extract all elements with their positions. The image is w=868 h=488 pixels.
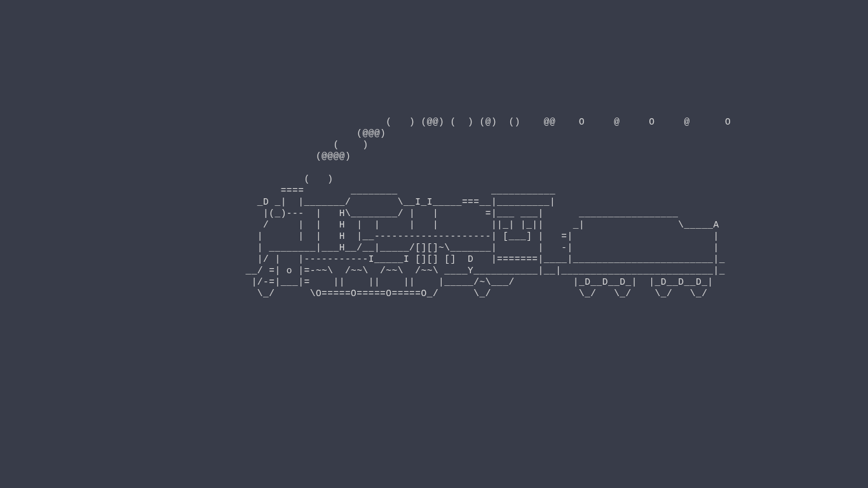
terminal-screen: ( ) (@@) ( ) (@) () @@ O @ O @ O (@@@) (… <box>0 0 868 488</box>
sl-train-ascii: ( ) (@@) ( ) (@) () @@ O @ O @ O (@@@) (… <box>0 116 731 299</box>
